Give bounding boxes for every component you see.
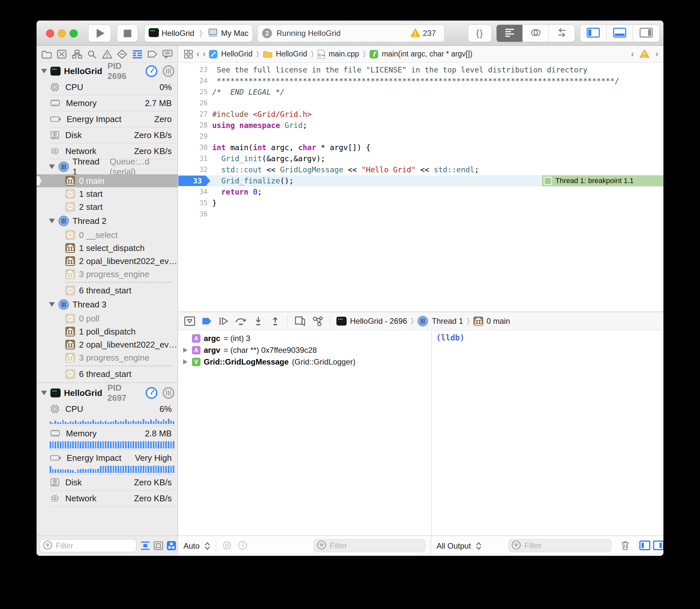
code-line[interactable]: 26 <box>178 98 663 109</box>
code-line[interactable]: 23 See the full license in the file "LIC… <box>178 64 663 75</box>
breadcrumb-item[interactable]: main.cpp <box>328 50 359 58</box>
stack-frame-row[interactable]: 1 start <box>37 187 177 201</box>
next-issue-button[interactable]: › <box>655 49 658 59</box>
console-pane[interactable]: (lldb) <box>431 331 663 536</box>
line-number[interactable]: 30 <box>178 144 208 152</box>
threads-view-button[interactable] <box>163 387 174 399</box>
line-number[interactable]: 25 <box>178 88 208 96</box>
metric-row[interactable]: CPU0% <box>37 79 177 95</box>
stop-button[interactable] <box>117 24 138 42</box>
line-number[interactable]: 27 <box>178 110 208 118</box>
navigator-filter-field[interactable] <box>40 539 136 552</box>
code-line[interactable]: 34 return 0; <box>178 186 663 197</box>
zoom-window-button[interactable] <box>70 29 78 37</box>
tab-source-control[interactable] <box>56 49 67 59</box>
line-number[interactable]: 35 <box>178 199 208 207</box>
disclosure-triangle[interactable] <box>41 391 47 395</box>
line-number[interactable]: 23 <box>178 66 208 74</box>
hide-debug-area-button[interactable] <box>184 316 196 327</box>
disclosure-triangle[interactable] <box>49 302 55 307</box>
stack-frame-row[interactable]: 2 opal_libevent2022_ev… <box>37 255 177 267</box>
tab-symbol-navigator[interactable] <box>71 49 83 59</box>
metric-row[interactable]: NetworkZero KB/s <box>37 490 177 506</box>
warning-icon[interactable] <box>639 49 649 59</box>
minimize-window-button[interactable] <box>58 29 66 37</box>
variables-scope-select[interactable]: Auto <box>184 541 200 551</box>
view-mode-icon[interactable] <box>166 540 177 553</box>
line-number[interactable]: 24 <box>178 77 208 85</box>
thread-row[interactable]: Thread 1Queue:...d (serial) <box>37 159 177 174</box>
step-into-button[interactable] <box>252 316 264 327</box>
code-line[interactable]: 33 Grid_finalize();Thread 1: breakpoint … <box>178 175 663 186</box>
metric-row[interactable]: DiskZero KB/s <box>37 127 177 143</box>
warning-count[interactable]: 237 <box>423 29 436 38</box>
debug-memory-graph-button[interactable] <box>311 316 324 327</box>
breadcrumb-item[interactable]: HelloGrid <box>276 50 307 58</box>
activity-status-bar[interactable]: 2 Running HelloGrid 237 <box>257 24 445 42</box>
debug-crumb-process[interactable]: HelloGrid - 2696 <box>350 317 407 326</box>
code-line[interactable]: 25/* END LEGAL */ <box>178 86 663 98</box>
standard-editor-button[interactable] <box>497 25 523 42</box>
console-scope-select[interactable]: All Output <box>437 541 471 551</box>
debug-crumb-frame[interactable]: 0 main <box>486 317 510 326</box>
stack-frame-row[interactable]: 0 poll <box>37 312 177 325</box>
line-number[interactable]: 26 <box>178 99 208 107</box>
stack-frame-row[interactable]: 1 poll_dispatch <box>37 325 177 338</box>
breadcrumb-item[interactable]: HelloGrid <box>221 50 252 58</box>
clear-console-icon[interactable] <box>620 540 631 553</box>
stack-frame-row[interactable]: 0 __select <box>37 228 177 242</box>
version-editor-button[interactable] <box>549 25 575 42</box>
disclosure-triangle[interactable] <box>49 164 55 169</box>
tab-find-navigator[interactable] <box>86 49 98 59</box>
breakpoint-marker[interactable]: 33 <box>178 176 210 186</box>
metric-row[interactable]: Energy ImpactZero <box>37 111 177 127</box>
debug-view-hierarchy-button[interactable] <box>293 316 307 327</box>
metric-row[interactable]: Memory2.7 MB <box>37 95 177 111</box>
debug-crumb-thread[interactable]: Thread 1 <box>432 317 463 326</box>
console-filter-field[interactable] <box>508 539 612 552</box>
tab-issue-navigator[interactable] <box>102 49 113 59</box>
continue-button[interactable] <box>218 316 230 327</box>
variables-filter-input[interactable] <box>329 541 408 551</box>
line-number[interactable]: 34 <box>178 188 208 196</box>
code-line[interactable]: 35} <box>178 197 663 209</box>
gauge-button[interactable] <box>146 387 157 399</box>
assistant-editor-button[interactable] <box>523 25 549 42</box>
code-line[interactable]: 24 *************************************… <box>178 75 663 86</box>
metric-row[interactable]: Memory2.8 MB <box>37 425 177 441</box>
line-number[interactable]: 29 <box>178 133 208 140</box>
breakpoint-annotation[interactable]: Thread 1: breakpoint 1.1 <box>542 175 663 186</box>
variables-filter-field[interactable] <box>314 539 425 552</box>
jump-forward-button[interactable]: › <box>203 49 206 59</box>
stack-frame-row[interactable]: 1 select_dispatch <box>37 242 177 255</box>
related-items-icon[interactable] <box>184 49 193 59</box>
stack-frame-row[interactable]: 6 thread_start <box>37 284 177 297</box>
code-review-button[interactable]: {} <box>468 24 492 42</box>
variable-row[interactable]: Aargv= (char **) 0x7ffee9039c28 <box>178 344 431 356</box>
toggle-inspector-button[interactable] <box>633 25 659 42</box>
breadcrumb-item[interactable]: main(int argc, char * argv[]) <box>382 50 472 58</box>
gauge-button[interactable] <box>146 65 157 77</box>
tab-report-navigator[interactable] <box>162 49 173 59</box>
metric-row[interactable]: DiskZero KB/s <box>37 474 177 490</box>
tab-debug-navigator[interactable] <box>132 49 143 59</box>
tab-test-navigator[interactable] <box>117 49 127 59</box>
stack-frame-row[interactable]: 3 progress_engine <box>37 351 177 364</box>
code-line[interactable]: 36 <box>178 209 663 220</box>
process-row[interactable]: HelloGridPID 2697 <box>37 385 177 401</box>
info-icon[interactable] <box>238 540 247 552</box>
code-line[interactable]: 29 <box>178 131 663 142</box>
stack-frame-row[interactable]: 3 progress_engine <box>37 267 177 281</box>
toggle-navigator-button[interactable] <box>580 25 607 42</box>
disclosure-triangle[interactable] <box>41 69 47 73</box>
thread-row[interactable]: Thread 3 <box>37 297 177 312</box>
source-editor[interactable]: 23 See the full license in the file "LIC… <box>178 63 663 312</box>
quicklook-icon[interactable] <box>221 540 233 552</box>
scheme-selector[interactable]: HelloGrid 〉 My Mac <box>144 24 253 42</box>
toggle-debug-area-button[interactable] <box>607 25 633 42</box>
tab-breakpoint-navigator[interactable] <box>147 49 158 59</box>
stack-frames-icon[interactable] <box>153 540 164 553</box>
stack-frame-row[interactable]: 2 start <box>37 201 177 213</box>
updown-chevrons-icon[interactable] <box>475 542 482 550</box>
code-line[interactable]: 31 Grid_init(&argc,&argv); <box>178 153 663 164</box>
